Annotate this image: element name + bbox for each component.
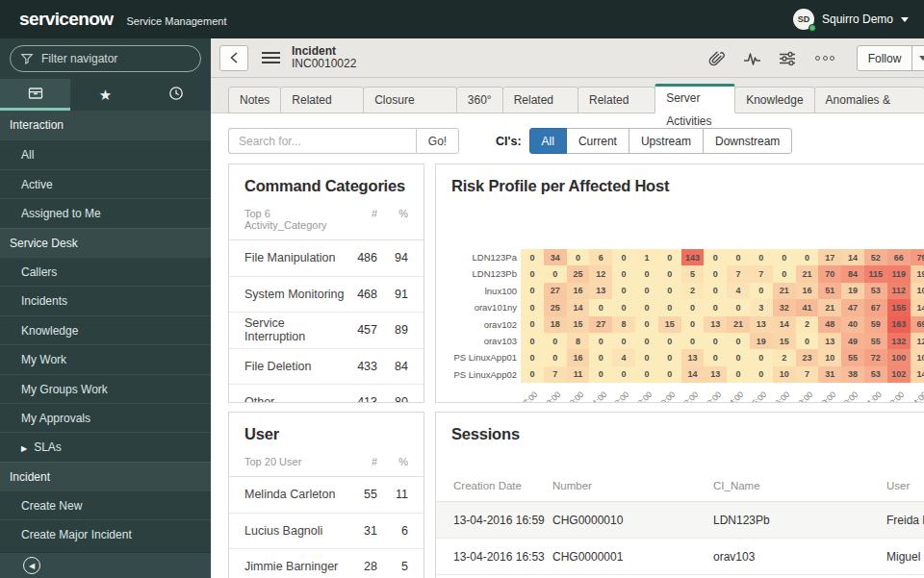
heatmap-cell[interactable]: 14 — [681, 366, 705, 383]
heatmap-cell[interactable]: 0 — [635, 283, 658, 299]
heatmap-cell[interactable]: 0 — [796, 333, 819, 349]
heatmap-cell[interactable]: 102 — [887, 366, 911, 383]
heatmap-cell[interactable]: 0 — [521, 366, 544, 383]
heatmap-cell[interactable]: 59 — [864, 316, 887, 333]
heatmap-cell[interactable]: 10 — [911, 283, 924, 299]
heatmap-cell[interactable]: 69 — [911, 316, 924, 333]
heatmap-cell[interactable]: 0 — [773, 265, 796, 282]
heatmap-cell[interactable]: 21 — [796, 265, 819, 282]
heatmap-cell[interactable]: 3 — [750, 299, 773, 315]
heatmap-cell[interactable]: 70 — [818, 265, 841, 282]
heatmap-cell[interactable]: 0 — [635, 299, 658, 315]
heatmap-cell[interactable]: 7 — [796, 366, 819, 383]
heatmap-cell[interactable]: 0 — [658, 333, 681, 349]
heatmap-cell[interactable]: 0 — [544, 333, 567, 349]
heatmap-cell[interactable]: 115 — [864, 265, 887, 282]
back-button[interactable] — [219, 45, 248, 71]
heatmap-cell[interactable]: 0 — [704, 299, 727, 315]
table-row[interactable]: 13-04-2016 16:59CHG0000010LDN123PbFreida… — [436, 502, 924, 539]
table-row[interactable]: Service Interruption45789 — [229, 313, 424, 349]
heatmap-cell[interactable]: 0 — [589, 366, 612, 383]
sidebar-item-my-work[interactable]: My Work — [0, 344, 211, 373]
ci-option-all[interactable]: All — [529, 128, 567, 154]
sidebar-item-create-major-incident[interactable]: Create Major Incident — [0, 519, 211, 548]
sidebar-item-my-groups-work[interactable]: My Groups Work — [0, 374, 211, 403]
heatmap-cell[interactable]: 48 — [818, 316, 841, 333]
heatmap-cell[interactable]: 0 — [658, 366, 681, 383]
heatmap-cell[interactable]: 0 — [750, 349, 773, 365]
heatmap-cell[interactable]: 0 — [727, 333, 750, 349]
table-row[interactable]: Other41380 — [229, 385, 424, 403]
heatmap-cell[interactable]: 0 — [681, 316, 705, 333]
tab-server-activities[interactable]: Server Activities — [654, 84, 735, 113]
table-row[interactable]: Lucius Bagnoli316 — [229, 514, 424, 550]
heatmap-cell[interactable]: 0 — [612, 283, 635, 299]
heatmap-cell[interactable]: 27 — [544, 283, 567, 299]
table-row[interactable]: Melinda Carleton5511 — [229, 477, 424, 514]
heatmap-cell[interactable]: 19 — [841, 283, 864, 299]
heatmap-cell[interactable]: 17 — [818, 249, 841, 265]
heatmap-cell[interactable]: 7 — [727, 265, 750, 282]
heatmap-cell[interactable]: 155 — [887, 299, 911, 315]
heatmap-cell[interactable]: 143 — [681, 249, 705, 265]
heatmap-cell[interactable]: 8 — [612, 316, 635, 333]
collapse-sidebar-button[interactable]: ◀ — [23, 557, 40, 574]
heatmap-cell[interactable]: 41 — [796, 299, 819, 315]
heatmap-cell[interactable]: 0 — [750, 249, 773, 265]
user-menu[interactable]: SD Squirro Demo — [793, 9, 909, 30]
heatmap-cell[interactable]: 0 — [589, 333, 612, 349]
tab-all-applications[interactable] — [0, 79, 70, 111]
heatmap-cell[interactable]: 16 — [567, 283, 590, 299]
filter-navigator-input[interactable] — [10, 45, 201, 72]
heatmap-cell[interactable]: 10 — [818, 349, 841, 365]
heatmap-cell[interactable]: 55 — [864, 333, 887, 349]
heatmap-cell[interactable]: 13 — [750, 316, 773, 333]
heatmap-cell[interactable]: 10 — [773, 366, 796, 383]
heatmap-cell[interactable]: 0 — [612, 366, 635, 383]
heatmap-cell[interactable]: 15 — [658, 316, 681, 333]
heatmap-cell[interactable]: 72 — [864, 349, 887, 365]
tab-history[interactable] — [141, 79, 211, 111]
heatmap-cell[interactable]: 40 — [841, 316, 864, 333]
heatmap-cell[interactable]: 2 — [773, 349, 796, 365]
heatmap-cell[interactable]: 19 — [750, 333, 773, 349]
activity-stream-icon[interactable] — [743, 51, 761, 66]
heatmap-cell[interactable]: 0 — [704, 283, 727, 299]
heatmap-cell[interactable]: 0 — [635, 265, 658, 282]
heatmap-cell[interactable]: 16 — [567, 349, 590, 365]
heatmap-cell[interactable]: 12 — [911, 333, 924, 349]
heatmap-cell[interactable]: 25 — [567, 265, 590, 282]
heatmap-cell[interactable]: 66 — [887, 249, 911, 265]
personalize-form-icon[interactable] — [779, 51, 796, 66]
tab-related-cases[interactable]: Related Cases — [502, 87, 578, 113]
heatmap-cell[interactable]: 38 — [841, 366, 864, 383]
sidebar-item-knowledge[interactable]: Knowledge — [0, 315, 211, 344]
heatmap-cell[interactable]: 0 — [589, 299, 612, 315]
heatmap-cell[interactable]: 1 — [635, 249, 658, 265]
heatmap-cell[interactable]: 0 — [589, 349, 612, 365]
heatmap-cell[interactable]: 0 — [796, 249, 819, 265]
heatmap-cell[interactable]: 0 — [521, 249, 544, 265]
heatmap-cell[interactable]: 18 — [544, 316, 567, 333]
heatmap-cell[interactable]: 0 — [704, 349, 727, 365]
heatmap-cell[interactable]: 13 — [704, 316, 727, 333]
heatmap-cell[interactable]: 53 — [864, 283, 887, 299]
heatmap-cell[interactable]: 0 — [658, 299, 681, 315]
heatmap-cell[interactable]: 4 — [727, 283, 750, 299]
heatmap-cell[interactable]: 132 — [887, 333, 911, 349]
heatmap-cell[interactable]: 13 — [589, 283, 612, 299]
context-menu-icon[interactable] — [262, 52, 280, 64]
heatmap-cell[interactable]: 13 — [704, 366, 727, 383]
go-button[interactable]: Go! — [416, 128, 459, 154]
heatmap-cell[interactable]: 100 — [887, 349, 911, 365]
tab-anomalies-predictions[interactable]: Anomalies & Predictions — [814, 87, 924, 113]
heatmap-cell[interactable]: 14 — [911, 366, 924, 383]
heatmap-cell[interactable]: 2 — [681, 283, 705, 299]
heatmap-cell[interactable]: 14 — [567, 299, 590, 315]
heatmap-cell[interactable]: 16 — [796, 283, 819, 299]
heatmap-cell[interactable]: 19 — [911, 265, 924, 282]
tab-closure-information[interactable]: Closure Information — [363, 87, 457, 113]
heatmap-cell[interactable]: 0 — [681, 299, 705, 315]
heatmap-cell[interactable]: 0 — [750, 283, 773, 299]
sidebar-item-incidents[interactable]: Incidents — [0, 286, 211, 314]
